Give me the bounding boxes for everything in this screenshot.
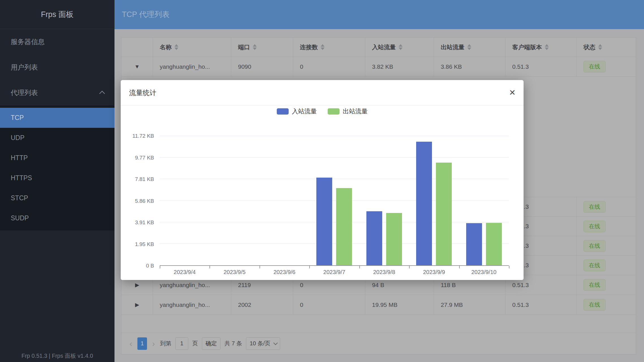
- column-header-traffic-out[interactable]: 出站流量: [434, 38, 505, 57]
- bar-group: [309, 136, 359, 265]
- y-tick-label: 11.72 KB: [132, 133, 154, 139]
- sort-caret-icon[interactable]: [321, 44, 325, 50]
- table-cell-port: 9090: [231, 57, 293, 76]
- goto-page-label: 到第: [160, 340, 171, 347]
- column-header-name[interactable]: 名称: [153, 38, 231, 57]
- y-tick-label: 9.77 KB: [135, 155, 154, 161]
- sort-caret-icon[interactable]: [545, 44, 549, 50]
- table-cell-port: 2002: [231, 295, 293, 314]
- expand-row-icon[interactable]: ▶: [135, 282, 139, 288]
- app-title: Frps 面板: [0, 0, 114, 29]
- table-cell-name: yanghuanglin_ho...: [153, 295, 231, 314]
- table-cell-status: 在线: [577, 295, 636, 314]
- bar-traffic-out: [336, 188, 352, 265]
- sort-caret-icon[interactable]: [174, 44, 178, 50]
- sort-caret-icon[interactable]: [253, 44, 257, 50]
- table-row[interactable]: ▶ yanghuanglin_ho... 2002 0 19.95 MB 27.…: [122, 295, 636, 315]
- status-badge: 在线: [584, 61, 606, 72]
- proxy-submenu: TCP UDP HTTP HTTPS STCP SUDP: [0, 105, 114, 230]
- table-cell-client-version: 0.51.3: [505, 57, 577, 76]
- bar-traffic-out: [436, 163, 452, 265]
- sort-caret-icon[interactable]: [598, 44, 602, 50]
- sidebar-item-proxy-list[interactable]: 代理列表: [0, 80, 114, 105]
- x-tick-label: 2023/9/8: [359, 269, 409, 275]
- sidebar-item-label: 代理列表: [11, 88, 101, 97]
- collapse-row-icon[interactable]: ▼: [135, 64, 140, 70]
- status-badge: 在线: [584, 221, 606, 232]
- status-badge: 在线: [584, 279, 606, 291]
- bar-traffic-out: [486, 223, 502, 266]
- sidebar-item-label: 用户列表: [11, 63, 38, 72]
- bar-group: [359, 136, 409, 265]
- sidebar-item-stcp[interactable]: STCP: [0, 188, 114, 208]
- table-cell-status: 在线: [577, 57, 636, 76]
- sidebar-item-user-list[interactable]: 用户列表: [0, 55, 114, 80]
- bar-group: [160, 136, 209, 265]
- y-tick-label: 7.81 KB: [135, 176, 154, 182]
- page-header: TCP 代理列表: [114, 0, 644, 29]
- x-tick-label: 2023/9/10: [459, 269, 509, 275]
- prev-page-button[interactable]: ‹: [128, 337, 133, 350]
- expand-row-icon[interactable]: ▶: [135, 301, 139, 308]
- table-cell-status: 在线: [577, 217, 636, 236]
- sidebar-item-sudp[interactable]: SUDP: [0, 208, 114, 228]
- confirm-page-button[interactable]: 确定: [202, 337, 221, 350]
- status-badge: 在线: [584, 201, 606, 213]
- expand-column-header: [122, 38, 153, 57]
- legend-swatch-out: [328, 108, 340, 115]
- x-tick-label: 2023/9/9: [409, 269, 459, 275]
- table-cell-status: 在线: [577, 197, 636, 216]
- legend-item-traffic-in[interactable]: 入站流量: [277, 107, 317, 116]
- next-page-button[interactable]: ›: [151, 337, 156, 350]
- legend-item-traffic-out[interactable]: 出站流量: [328, 107, 368, 116]
- y-tick-label: 5.86 KB: [135, 198, 154, 204]
- sort-caret-icon[interactable]: [399, 44, 403, 50]
- page-unit-label: 页: [192, 340, 198, 347]
- column-header-port[interactable]: 端口: [231, 38, 293, 57]
- sidebar-item-tcp[interactable]: TCP: [0, 108, 114, 128]
- bar-group: [459, 136, 509, 265]
- table-cell-status: 在线: [577, 275, 636, 295]
- table-cell-connections: 0: [293, 57, 365, 76]
- status-badge: 在线: [584, 240, 606, 252]
- chevron-down-icon: [273, 341, 278, 345]
- close-icon[interactable]: ✕: [509, 89, 516, 97]
- sort-caret-icon[interactable]: [467, 44, 471, 50]
- x-tick-label: 2023/9/5: [209, 269, 259, 275]
- sidebar-item-http[interactable]: HTTP: [0, 148, 114, 168]
- page-size-select[interactable]: 10 条/页: [246, 337, 280, 350]
- column-header-status[interactable]: 状态: [577, 38, 636, 57]
- sidebar-item-server-info[interactable]: 服务器信息: [0, 29, 114, 55]
- table-cell-client-version: 0.51.3: [505, 295, 577, 314]
- sidebar-item-label: 服务器信息: [11, 37, 45, 46]
- chart-y-axis: 0 B 1.95 KB 3.91 KB 5.86 KB 7.81 KB 9.77…: [121, 136, 154, 266]
- table-row[interactable]: ▼ yanghuanglin_ho... 9090 0 3.82 KB 3.86…: [122, 57, 636, 77]
- bar-group: [260, 136, 309, 265]
- page-title: TCP 代理列表: [114, 0, 644, 29]
- bar-groups: [160, 136, 509, 265]
- table-cell-status: 在线: [577, 236, 636, 255]
- x-tick-label: 2023/9/7: [309, 269, 359, 275]
- sidebar-item-udp[interactable]: UDP: [0, 128, 114, 148]
- goto-page-input[interactable]: [175, 337, 188, 350]
- y-tick-label: 0 B: [146, 263, 154, 269]
- current-page-button[interactable]: 1: [137, 337, 147, 350]
- bar-group: [409, 136, 459, 265]
- x-tick-label: 2023/9/6: [260, 269, 309, 275]
- column-header-connections[interactable]: 连接数: [293, 38, 365, 57]
- table-cell-name: yanghuanglin_ho...: [153, 57, 231, 76]
- table-cell-connections: 0: [293, 295, 365, 314]
- table-cell-traffic-out: 3.86 KB: [434, 57, 505, 76]
- column-header-client-version[interactable]: 客户端版本: [505, 38, 577, 57]
- sidebar-item-https[interactable]: HTTPS: [0, 168, 114, 188]
- legend-swatch-in: [277, 108, 289, 115]
- bar-traffic-in: [316, 178, 332, 265]
- status-badge: 在线: [584, 260, 606, 271]
- x-axis-ticks: [160, 266, 509, 268]
- bar-traffic-out: [386, 213, 402, 265]
- chart-legend: 入站流量 出站流量: [121, 107, 524, 116]
- total-count-label: 共 7 条: [224, 340, 242, 347]
- dialog-header: 流量统计 ✕: [121, 80, 524, 105]
- column-header-traffic-in[interactable]: 入站流量: [365, 38, 434, 57]
- y-tick-label: 1.95 KB: [135, 241, 154, 247]
